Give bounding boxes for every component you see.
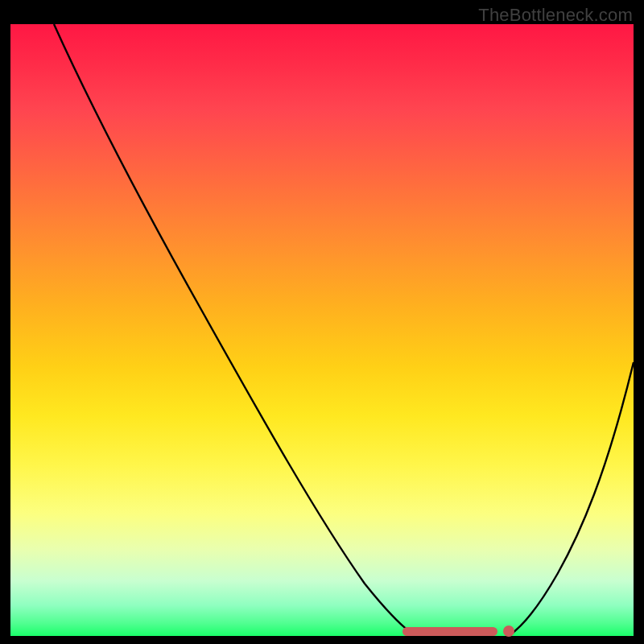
endpoint-dot-marker	[503, 625, 514, 637]
chart-plot-area	[10, 24, 634, 636]
watermark-text: TheBottleneck.com	[478, 5, 633, 26]
left-curve-path	[54, 24, 415, 635]
chart-curves-svg	[10, 24, 634, 636]
right-curve-path	[510, 362, 634, 635]
flat-region-marker	[402, 627, 497, 636]
